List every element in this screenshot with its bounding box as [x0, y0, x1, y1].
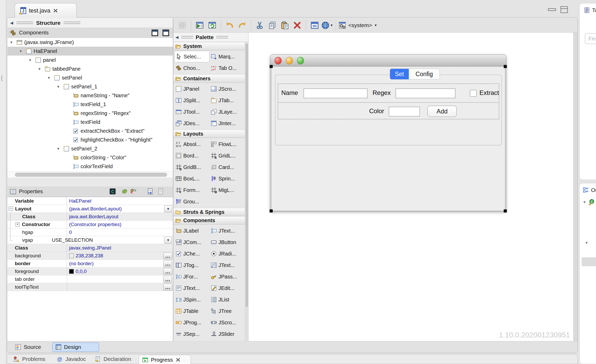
expander-icon[interactable]: ▼ [19, 49, 26, 53]
palette-item-choo[interactable]: Choo... [174, 62, 210, 74]
palette-item-card[interactable]: Card... [210, 161, 245, 173]
property-row-hgap[interactable]: hgap0 [8, 228, 173, 236]
view-tab-problems[interactable]: Problems [13, 356, 45, 362]
property-row-class[interactable]: Classjavax.swing.JPanel [8, 244, 173, 252]
close-view-icon[interactable] [175, 357, 181, 362]
palette-item-jche[interactable]: JChe... [174, 248, 210, 259]
toolbar-cut-button[interactable] [253, 19, 266, 31]
design-canvas[interactable]: Set Config Name Regex Extract Color Add … [248, 33, 573, 341]
property-row-border[interactable]: border(no border)… [8, 260, 173, 268]
toolbar-layout-window-button[interactable] [308, 19, 321, 31]
palette-item-jlabel[interactable]: JLabel [174, 225, 210, 236]
palette-item-jscro[interactable]: JScro... [210, 83, 245, 95]
palette-item-jtext[interactable]: JText... [210, 225, 245, 236]
palette-item-flowl[interactable]: FlowL... [210, 138, 245, 150]
tree-node-haepanel[interactable]: ▼HaEPanel [8, 47, 173, 56]
palette-category-components[interactable]: Components [173, 216, 245, 225]
toolbar-redo-button[interactable] [236, 19, 248, 31]
convert-bean-icon[interactable] [130, 188, 137, 195]
palette-item-jpanel[interactable]: JPanel [174, 83, 210, 95]
palette-item-jpass[interactable]: JPass... [210, 271, 245, 282]
toolbar-browser-globe-button[interactable]: ▼ [321, 19, 333, 31]
palette-category-containers[interactable]: Containers [173, 74, 245, 83]
property-row-background[interactable]: background238,238,238… [8, 252, 173, 260]
palette-item-tab-o[interactable]: 123Tab O... [210, 62, 245, 74]
expand-frames-icon[interactable] [151, 29, 158, 36]
palette-category-struts-springs[interactable]: Struts & Springs [173, 208, 245, 216]
drag-grip-icon[interactable] [16, 22, 33, 24]
tree-node-javax-swing-jframe[interactable]: ▼(javax.swing.JFrame) [8, 38, 173, 47]
palette-item-gridb[interactable]: BGridB... [174, 161, 210, 173]
palette-item-jdes[interactable]: JDes... [174, 118, 210, 129]
tree-node-extractcheckbox[interactable]: extractCheckBox - "Extract" [8, 126, 173, 135]
expander-minus-icon[interactable]: − [9, 207, 13, 211]
collapse-frames-icon[interactable] [162, 29, 169, 36]
tree-node-textfield-1[interactable]: textField_1 [8, 100, 173, 109]
bean-icon[interactable] [121, 188, 128, 195]
palette-item-boxl[interactable]: BoxL... [174, 173, 210, 184]
goto-definition-icon[interactable]: C [109, 188, 116, 195]
palette-item-marq[interactable]: Marq... [210, 51, 245, 62]
design-mode-tab[interactable]: Design [52, 342, 99, 352]
palette-item-sprin[interactable]: Sprin... [210, 173, 245, 184]
toolbar-paste-button[interactable] [278, 19, 291, 31]
view-tab-javadoc[interactable]: @Javadoc [57, 356, 86, 362]
property-row-tab-order[interactable]: tab order… [8, 275, 173, 283]
tree-node-regexstring[interactable]: regexString - "Regex" [8, 109, 173, 118]
ellipsis-button[interactable]: … [163, 276, 172, 283]
ellipsis-button[interactable]: … [163, 252, 172, 259]
tab-set[interactable]: Set [390, 69, 409, 79]
palette-item-jinter[interactable]: JInter... [210, 118, 245, 129]
toolbar-refresh-window-button[interactable] [206, 19, 218, 31]
extract-checkbox[interactable] [470, 90, 477, 97]
outline-root-node[interactable]: ▼ C [583, 199, 595, 205]
property-row-foreground[interactable]: foreground0,0,0… [8, 268, 173, 275]
color-field[interactable] [389, 107, 420, 117]
expander-icon[interactable]: ▼ [38, 67, 45, 71]
minimize-view-icon[interactable] [548, 8, 556, 11]
tree-node-colortextfield[interactable]: colorTextField [8, 162, 173, 171]
palette-item-jedit[interactable]: JEdit... [210, 282, 245, 294]
palette-item-jscro[interactable]: JScro... [210, 317, 245, 328]
tree-node-namestring[interactable]: nameString - "Name" [8, 91, 173, 100]
expander-icon[interactable]: ▼ [585, 241, 588, 245]
expander-icon[interactable]: ▼ [47, 76, 54, 80]
property-row-tooltiptext[interactable]: toolTipText… [8, 283, 173, 291]
tree-node-highlightcheckbox[interactable]: highlightCheckBox - "Highlight" [8, 135, 173, 144]
set-panel-1[interactable]: Name Regex Extract [278, 83, 499, 103]
palette-item-jlaye[interactable]: JLaye... [210, 106, 245, 118]
expander-icon[interactable]: ▼ [583, 200, 586, 204]
expander-plus-icon[interactable]: + [15, 222, 20, 227]
view-tab-progress[interactable]: Progress [139, 355, 191, 364]
show-advanced-icon[interactable] [157, 188, 164, 195]
palette-item-jcom[interactable]: JCom... [174, 236, 210, 248]
palette-item-migl[interactable]: MMigL... [210, 184, 245, 196]
palette-item-jtog[interactable]: JTog... [174, 259, 210, 271]
palette-item-jfor[interactable]: #JFor... [174, 271, 210, 282]
drag-grip-icon[interactable] [216, 36, 228, 38]
ellipsis-button[interactable]: … [163, 268, 172, 275]
palette-item-jspin[interactable]: JSpin... [174, 294, 210, 305]
property-row-layout[interactable]: −Layout(java.awt.BorderLayout)▼ [8, 205, 173, 213]
outline-node[interactable]: ▼ [585, 241, 588, 245]
palette-item-jtable[interactable]: JTable [174, 305, 210, 317]
task-list-tab[interactable]: Ta [584, 7, 596, 13]
palette-item-jbutton[interactable]: JButton [210, 236, 245, 248]
tree-node-setpanel-2[interactable]: ▼setPanel_2 [8, 144, 173, 153]
toolbar-delete-button[interactable] [291, 19, 303, 31]
expander-icon[interactable]: ▼ [28, 58, 35, 62]
resize-handle[interactable] [270, 209, 273, 213]
toolbar-undo-button[interactable] [223, 19, 236, 31]
tree-node-tabbedpane[interactable]: ▼tabbedPane [8, 64, 173, 73]
palette-item-jtext[interactable]: JText... [174, 282, 210, 294]
palette-item-jsep[interactable]: JSep... [174, 328, 210, 340]
system-selector[interactable]: <system>▼ [338, 21, 377, 29]
palette-category-layouts[interactable]: Layouts [173, 130, 245, 138]
dropdown-button[interactable]: ▼ [164, 237, 172, 244]
preview-window[interactable]: Set Config Name Regex Extract Color Add [270, 54, 506, 212]
palette-item-jlist[interactable]: JList [210, 294, 245, 305]
add-button[interactable]: Add [427, 106, 457, 117]
scrollbar-thumb[interactable] [15, 173, 167, 177]
toolbar-copy-button[interactable] [266, 19, 278, 31]
view-tab-declaration[interactable]: Declaration [95, 356, 131, 362]
